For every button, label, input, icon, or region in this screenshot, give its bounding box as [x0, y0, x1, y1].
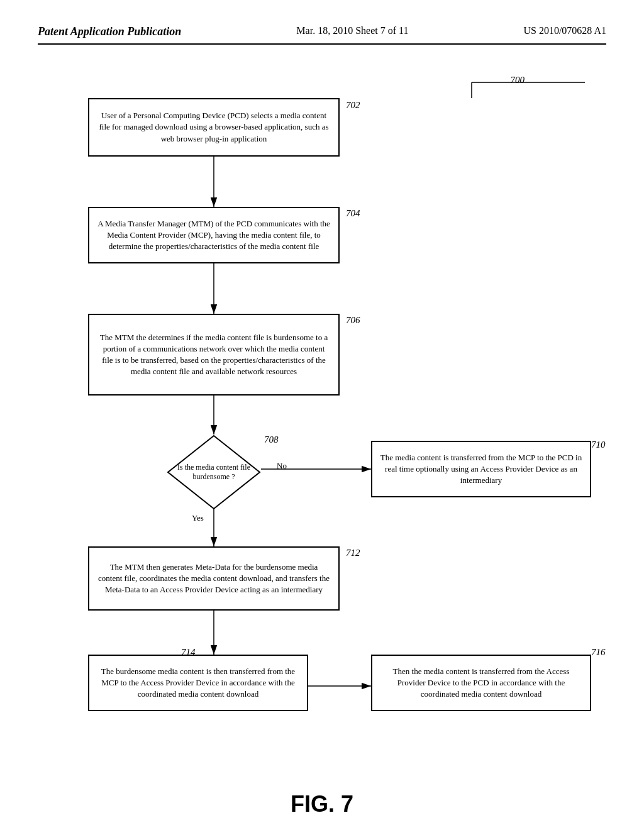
box-706: The MTM the determines if the media cont…	[88, 314, 340, 396]
yes-label: Yes	[192, 513, 204, 523]
box-716: Then the media content is transferred fr…	[371, 655, 591, 711]
arrows-svg	[38, 64, 606, 755]
diamond-708-text: Is the media content file burdensome ?	[173, 463, 255, 482]
ref-710: 710	[591, 440, 606, 450]
figure-label: FIG. 7	[291, 791, 353, 817]
ref-714: 714	[181, 647, 196, 658]
ref-712: 712	[346, 548, 360, 558]
publication-date: Mar. 18, 2010 Sheet 7 of 11	[296, 25, 408, 36]
header-left: Patent Application Publication	[38, 25, 181, 38]
box-712: The MTM then generates Meta-Data for the…	[88, 546, 340, 611]
ref-706: 706	[346, 315, 360, 326]
diamond-708: Is the media content file burdensome ?	[167, 434, 261, 510]
diagram: 700 User of a Personal Computing Device …	[38, 64, 606, 755]
header: Patent Application Publication Mar. 18, …	[38, 25, 606, 45]
publication-number: US 2010/070628 A1	[523, 25, 606, 36]
publication-title: Patent Application Publication	[38, 25, 181, 38]
page: Patent Application Publication Mar. 18, …	[0, 0, 644, 830]
ref-702: 702	[346, 100, 360, 111]
header-right: US 2010/070628 A1	[523, 25, 606, 36]
ref-716: 716	[591, 647, 606, 658]
box-702: User of a Personal Computing Device (PCD…	[88, 98, 340, 157]
ref-708: 708	[264, 434, 279, 445]
no-label: No	[277, 461, 287, 471]
ref-700: 700	[511, 75, 525, 86]
header-center: Mar. 18, 2010 Sheet 7 of 11	[296, 25, 408, 36]
box-714: The burdensome media content is then tra…	[88, 655, 308, 711]
ref-704: 704	[346, 208, 360, 219]
box-704: A Media Transfer Manager (MTM) of the PC…	[88, 207, 340, 263]
box-710: The media content is transferred from th…	[371, 441, 591, 497]
